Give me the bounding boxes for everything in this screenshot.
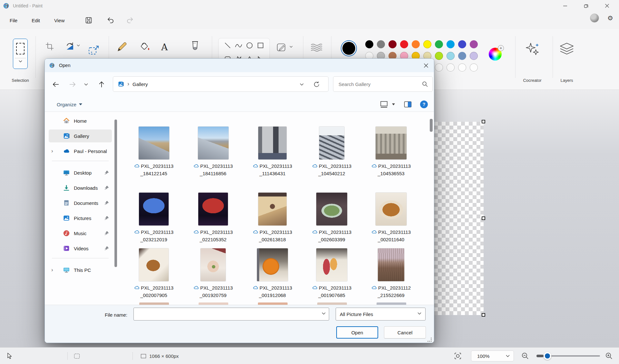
save-button[interactable] (83, 15, 95, 26)
shape-curve[interactable] (235, 42, 242, 49)
crop-button[interactable] (45, 42, 54, 51)
palette-color-swatch[interactable] (435, 40, 443, 48)
palette-color-swatch[interactable] (435, 52, 443, 60)
file-tile[interactable]: PXL_20231113_001912068 (244, 248, 301, 305)
restore-button[interactable] (579, 0, 594, 12)
back-button[interactable] (49, 78, 62, 91)
preview-pane-button[interactable] (402, 99, 414, 110)
file-tile[interactable]: PXL_20231113_022105352 (185, 193, 241, 248)
current-color-swatch[interactable] (342, 42, 355, 55)
sidebar-item-pictures[interactable]: Pictures (49, 212, 112, 225)
settings-gear-icon[interactable]: ⚙ (607, 14, 613, 22)
file-tile[interactable]: PXL_20231113_023212019 (125, 193, 182, 248)
recent-locations-chevron[interactable] (81, 78, 91, 91)
file-tile[interactable]: PXL_20231113_002603399 (303, 193, 360, 248)
selection-tool-button[interactable] (13, 39, 28, 69)
palette-color-swatch[interactable] (388, 40, 397, 48)
file-tile[interactable]: PXL_20231113_184122145 (125, 127, 182, 193)
menu-edit[interactable]: Edit (26, 15, 45, 26)
file-grid-scrollbar[interactable] (430, 112, 433, 304)
file-tile[interactable]: PXL_20231113_001907685 (303, 248, 360, 305)
file-name-combobox[interactable] (133, 308, 329, 321)
palette-empty-slot[interactable] (435, 63, 443, 72)
menu-view[interactable]: View (49, 15, 70, 26)
refresh-button[interactable] (312, 80, 321, 89)
palette-color-swatch[interactable] (412, 40, 420, 48)
sidebar-item-paul-personal[interactable]: ›Paul - Personal (49, 145, 112, 158)
address-dropdown-chevron[interactable] (298, 81, 306, 88)
file-tile[interactable]: PXL_20231113_111436431 (244, 127, 301, 193)
organize-button[interactable]: Organize (54, 99, 85, 110)
file-tile[interactable]: PXL_20231113_104540212 (303, 127, 360, 193)
search-input[interactable] (339, 81, 419, 87)
file-tile[interactable]: PXL_20231113_002011640 (363, 193, 419, 248)
file-tile[interactable]: PXL_20231113_002613818 (244, 193, 301, 248)
shape-line[interactable] (224, 42, 231, 49)
rotate-dropdown-chevron[interactable] (77, 44, 80, 47)
dialog-resize-grip[interactable] (427, 338, 432, 342)
zoom-slider-thumb[interactable] (544, 352, 551, 360)
cocreator-button[interactable] (524, 42, 540, 56)
file-name-input[interactable] (137, 308, 318, 320)
rotate-button[interactable] (65, 42, 75, 51)
palette-color-swatch[interactable] (447, 52, 455, 60)
sidebar-item-home[interactable]: Home (49, 114, 112, 127)
dialog-close-button[interactable] (418, 59, 434, 72)
fit-to-screen-button[interactable] (454, 348, 462, 364)
file-tile[interactable]: PXL_20231113_001920759 (185, 248, 241, 305)
view-mode-button[interactable] (378, 99, 389, 110)
close-button[interactable] (600, 0, 614, 12)
stroke-size-chevron[interactable] (290, 46, 293, 48)
open-button[interactable]: Open (336, 326, 378, 339)
eraser-tool-button[interactable] (191, 41, 199, 53)
up-button[interactable] (95, 78, 108, 91)
palette-color-swatch[interactable] (470, 40, 478, 48)
palette-empty-slot[interactable] (458, 63, 466, 72)
zoom-level-dropdown[interactable]: 100% (471, 350, 514, 361)
view-mode-chevron[interactable] (390, 99, 397, 110)
stroke-size-button[interactable] (277, 43, 287, 52)
undo-button[interactable] (104, 15, 117, 26)
sidebar-item-videos[interactable]: Videos (49, 242, 112, 255)
account-avatar[interactable] (590, 14, 599, 23)
sidebar-item-documents[interactable]: Documents (49, 196, 112, 209)
pencil-tool-button[interactable] (116, 41, 128, 53)
minimize-button[interactable] (558, 0, 573, 12)
edit-colors-button[interactable]: + (489, 48, 502, 61)
text-tool-button[interactable]: A (161, 42, 168, 53)
palette-color-swatch[interactable] (400, 40, 408, 48)
canvas-resize-handle-bottomright[interactable] (482, 313, 485, 317)
brushes-button[interactable] (310, 43, 323, 52)
palette-empty-slot[interactable] (447, 63, 455, 72)
sidebar-item-desktop[interactable]: Desktop (49, 166, 112, 179)
menu-file[interactable]: File (5, 15, 23, 26)
palette-color-swatch[interactable] (470, 52, 478, 60)
palette-empty-slot[interactable] (470, 63, 478, 72)
canvas-resize-handle-right[interactable] (482, 216, 485, 220)
file-type-select[interactable]: All Picture Files (336, 308, 426, 321)
sidebar-item-this-pc[interactable]: ›This PC (49, 263, 112, 276)
palette-color-swatch[interactable] (458, 52, 466, 60)
sidebar-item-gallery[interactable]: Gallery (49, 129, 112, 142)
file-tile[interactable]: PXL_20231113_002007905 (125, 248, 182, 305)
search-icon[interactable] (422, 81, 428, 87)
fill-tool-button[interactable] (139, 42, 151, 53)
zoom-out-button[interactable] (522, 348, 529, 364)
palette-color-swatch[interactable] (423, 40, 431, 48)
breadcrumb[interactable]: Gallery (133, 81, 148, 87)
chevron-down-icon[interactable] (322, 312, 326, 315)
chevron-right-icon[interactable]: › (51, 149, 56, 153)
shape-ellipse[interactable] (246, 42, 253, 49)
forward-button[interactable] (66, 78, 79, 91)
redo-button[interactable] (124, 15, 136, 26)
help-button[interactable]: ? (418, 99, 430, 110)
palette-color-swatch[interactable] (365, 40, 373, 48)
file-tile[interactable]: PXL_20231112_215522669 (363, 248, 419, 305)
resize-button[interactable] (88, 45, 99, 55)
chevron-right-icon[interactable]: › (51, 268, 56, 272)
palette-color-swatch[interactable] (447, 40, 455, 48)
zoom-in-button[interactable] (605, 348, 613, 364)
sidebar-item-music[interactable]: Music (49, 227, 112, 240)
palette-color-swatch[interactable] (458, 40, 466, 48)
sidebar-item-downloads[interactable]: Downloads (49, 181, 112, 194)
